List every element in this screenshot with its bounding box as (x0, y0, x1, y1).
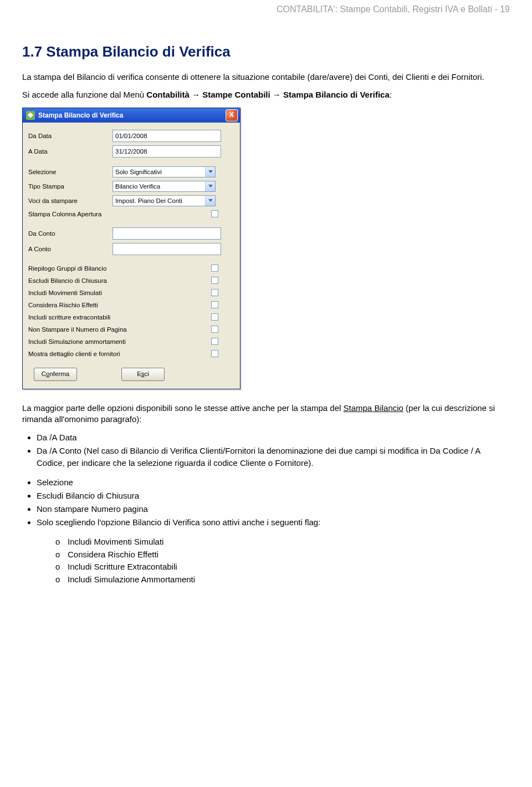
row-tipo-stampa: Tipo Stampa Bilancio Verifica (28, 179, 234, 194)
sub-bold: Considera Rischio Effetti (68, 550, 158, 559)
confirm-button[interactable]: Conferma (34, 368, 77, 381)
link-stampa-bilancio[interactable]: Stampa Bilancio (344, 403, 403, 413)
checkbox-col-apertura[interactable] (211, 210, 218, 217)
chk-label: Escludi Bilancio di Chiusura (28, 277, 211, 284)
bullet-text: (Nel caso di Bilancio di Verifica Client… (81, 446, 430, 455)
page-header: CONTABILITA': Stampe Contabili, Registri… (22, 0, 510, 32)
app-icon (26, 111, 35, 120)
chk-label: Non Stampare il Numero di Pagina (28, 326, 211, 333)
nav-text: Si accede alla funzione dal Menù Contabi… (22, 89, 510, 100)
label-a-data: A Data (28, 148, 112, 155)
bullet-bold: Escludi Bilancio di Chiusura (37, 491, 139, 500)
colon: : (390, 90, 392, 99)
label-voci: Voci da stampare (28, 197, 112, 204)
btn-text: E (137, 370, 141, 377)
label-selezione: Selezione (28, 169, 112, 175)
checkbox[interactable] (211, 326, 218, 333)
row-da-data: Da Data (28, 128, 234, 144)
checkbox[interactable] (211, 265, 218, 272)
bullets-a: Da /A Data Da /A Conto (Nel caso di Bila… (22, 431, 510, 469)
nav-m2: Stampe Contabili (202, 90, 270, 99)
chk-row: Non Stampare il Numero di Pagina (28, 323, 234, 336)
combo-selezione-value: Solo Significativi (115, 169, 162, 175)
bullet-item: Solo scegliendo l'opzione Bilancio di Ve… (37, 516, 510, 529)
input-a-data[interactable] (112, 145, 221, 158)
bullet-bold: Non stampare Numero pagina (37, 504, 148, 514)
label-a-conto: A Conto (28, 246, 112, 252)
chk-label: Mostra dettaglio clienti e fornitori (28, 351, 211, 357)
dialog-titlebar[interactable]: Stampa Bilancio di Verifica X (23, 108, 240, 123)
chk-label: Includi Simulazione ammortamenti (28, 338, 211, 345)
row-a-data: A Data (28, 144, 234, 159)
btn-text: C (42, 370, 46, 377)
label-col-apertura: Stampa Colonna Apertura (28, 211, 211, 217)
bullets-b: Selezione Escludi Bilancio di Chiusura N… (22, 476, 510, 528)
bullet-item: Escludi Bilancio di Chiusura (37, 490, 510, 502)
bullet-item: Da /A Data (37, 431, 510, 444)
checkbox[interactable] (211, 350, 218, 357)
dialog-title: Stampa Bilancio di Verifica (38, 111, 226, 119)
chk-row: Mostra dettaglio clienti e fornitori (28, 348, 234, 360)
sub-bold: Includi Movimenti Simulati (68, 537, 163, 546)
row-col-apertura: Stampa Colonna Apertura (28, 208, 234, 220)
bullet-bold: Selezione (37, 478, 73, 487)
close-button[interactable]: X (226, 109, 238, 121)
bullet-bold: Da /A Data (37, 433, 77, 442)
after-a: La maggior parte delle opzioni disponibi… (22, 403, 344, 413)
after-dialog-text: La maggior parte delle opzioni disponibi… (22, 403, 510, 425)
row-voci: Voci da stampare Impost. Piano Dei Conti (28, 194, 234, 208)
label-da-data: Da Data (28, 133, 112, 139)
chk-row: Considera Rischio Effetti (28, 299, 234, 311)
chk-row: Includi Simulazione ammortamenti (28, 336, 234, 348)
checkbox[interactable] (211, 313, 218, 321)
sub-item: Includi Movimenti Simulati (55, 536, 510, 549)
label-da-conto: Da Conto (28, 230, 112, 237)
chk-row: Includi scritture extracontabili (28, 311, 234, 323)
bullet-text: Solo scegliendo l'opzione Bilancio di Ve… (37, 517, 320, 527)
checkbox[interactable] (211, 289, 218, 296)
dialog-body: Da Data A Data Selezione Solo Significat… (23, 123, 240, 389)
chk-label: Riepilogo Gruppi di Bilancio (28, 265, 211, 272)
arrow-icon: → (192, 90, 200, 99)
bullet-item: Da /A Conto (Nel caso di Bilancio di Ver… (37, 445, 510, 469)
combo-selezione[interactable]: Solo Significativi (112, 166, 216, 177)
combo-voci[interactable]: Impost. Piano Dei Conti (112, 195, 216, 206)
bullet-bold: Da /A Conto (37, 446, 81, 455)
input-da-data[interactable] (112, 130, 221, 142)
btn-text: nferma (49, 370, 69, 377)
input-da-conto[interactable] (112, 227, 221, 240)
chevron-down-icon[interactable] (205, 167, 215, 177)
combo-voci-value: Impost. Piano Dei Conti (115, 197, 182, 204)
checkbox[interactable] (211, 277, 218, 284)
section-title: 1.7 Stampa Bilancio di Verifica (22, 43, 510, 60)
sub-bullets: Includi Movimenti Simulati Considera Ris… (55, 536, 510, 586)
chk-label: Includi scritture extracontabili (28, 314, 211, 321)
nav-m1: Contabilità (146, 90, 190, 99)
nav-prefix: Si accede alla funzione dal Menù (22, 90, 146, 99)
arrow-icon: → (273, 90, 281, 99)
bullet-item: Non stampare Numero pagina (37, 503, 510, 515)
row-selezione: Selezione Solo Significativi (28, 165, 234, 179)
bullet-text: , per indicare che la selezione riguarda… (63, 458, 314, 468)
checkbox[interactable] (211, 338, 218, 345)
chk-label: Includi Movimenti Simulati (28, 290, 211, 296)
row-da-conto: Da Conto (28, 226, 234, 241)
chk-row: Includi Movimenti Simulati (28, 287, 234, 299)
chk-label: Considera Rischio Effetti (28, 302, 211, 308)
nav-m3: Stampa Bilancio di Verifica (283, 90, 390, 99)
label-tipo-stampa: Tipo Stampa (28, 183, 112, 190)
sub-bold: Includi Scritture Extracontabili (68, 562, 177, 571)
dialog-window: Stampa Bilancio di Verifica X Da Data A … (22, 108, 241, 389)
bullet-item: Selezione (37, 476, 510, 489)
exit-button[interactable]: Esci (121, 368, 165, 381)
input-a-conto[interactable] (112, 243, 221, 255)
combo-tipo-stampa-value: Bilancio Verifica (115, 183, 160, 190)
combo-tipo-stampa[interactable]: Bilancio Verifica (112, 181, 216, 192)
chk-row: Escludi Bilancio di Chiusura (28, 275, 234, 287)
dialog-buttons: Conferma Esci (28, 360, 234, 382)
chevron-down-icon[interactable] (205, 196, 215, 206)
chevron-down-icon[interactable] (205, 181, 215, 191)
checkbox[interactable] (211, 301, 218, 308)
row-a-conto: A Conto (28, 241, 234, 257)
sub-item: Includi Scritture Extracontabili (55, 561, 510, 573)
